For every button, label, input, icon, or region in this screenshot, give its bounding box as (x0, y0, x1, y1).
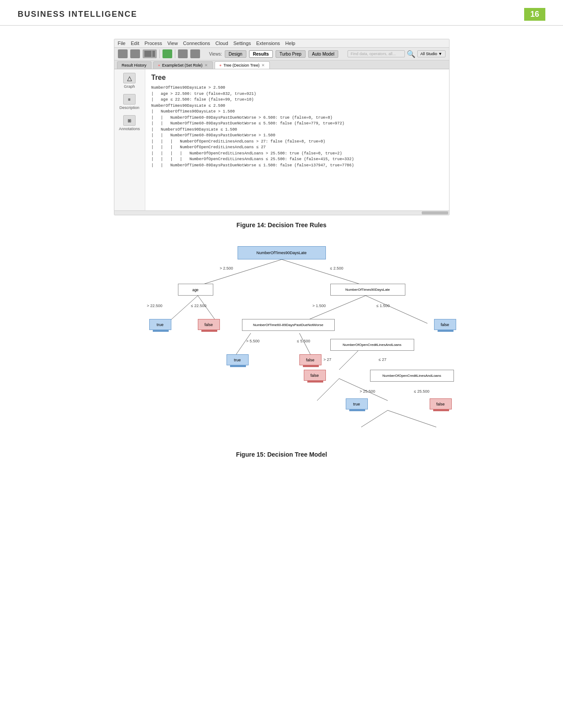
search-box[interactable]: Find data, operators, all... (348, 50, 405, 57)
node-root: NumberOfTimes90DaysLate (238, 246, 326, 259)
svg-line-11 (361, 410, 388, 427)
menu-extensions[interactable]: Extensions (256, 41, 280, 46)
results-btn[interactable]: Results (249, 50, 273, 58)
edge-root-left: > 2.500 (220, 266, 233, 270)
rm-tabs: Result History ● ExampleSet (Set Role) ✕… (114, 60, 449, 69)
node-noc: NumberOfOpenCreditLinesAndLoans (330, 339, 414, 351)
search-icon[interactable]: 🔍 (408, 50, 415, 57)
leaf-false-4-bar (307, 381, 323, 383)
node-n2: NumberOfTimes90DaysLate (330, 284, 405, 296)
tree-rules-text: NumberOfTimes90DaysLate > 2.500 | age > … (151, 85, 443, 169)
tab-exampleset[interactable]: ● ExampleSet (Set Role) ✕ (153, 61, 213, 69)
scrollbar-thumb[interactable] (422, 211, 448, 214)
sidebar-item-annotations[interactable]: ⊞ Annotations (119, 115, 140, 131)
edge-noc2-left: > 25.500 (360, 389, 375, 394)
tree-diagram: NumberOfTimes90DaysLate > 2.500 ≤ 2.500 … (114, 242, 450, 445)
leaf-false-3: false (299, 354, 321, 365)
toolbar-save-group[interactable] (143, 49, 157, 58)
leaf-false-1-bar (201, 330, 217, 332)
leaf-true-2: true (227, 354, 249, 365)
figure15-caption: Figure 15: Decision Tree Model (26, 451, 537, 458)
leaf-false-5-bar (433, 409, 449, 411)
content-area: File Edit Process View Connections Cloud… (0, 26, 563, 484)
edge-n2-left: > 1.500 (313, 304, 326, 308)
node-n2l: NumberOfTime60-89DaysPastDueNotWorse (242, 319, 335, 331)
automodel-btn[interactable]: Auto Model (308, 50, 339, 58)
page-title: BUSINESS INTELLIGENCE (18, 10, 137, 19)
menubar: File Edit Process View Connections Cloud… (114, 39, 449, 48)
menu-help[interactable]: Help (285, 41, 295, 46)
leaf-false-4: false (304, 370, 326, 381)
toolbar-run[interactable] (162, 49, 172, 58)
toolbar-sep2 (175, 49, 175, 58)
leaf-true-3: true (346, 398, 368, 409)
edge-n2-right: ≤ 1.500 (377, 304, 390, 308)
tab-result-history[interactable]: Result History (117, 61, 151, 69)
svg-line-1 (282, 259, 366, 286)
svg-line-5 (366, 296, 427, 323)
sidebar-item-description[interactable]: ≡ Description (119, 94, 139, 110)
sidebar-label-graph: Graph (124, 84, 135, 89)
figure15-diagram: NumberOfTimes90DaysLate > 2.500 ≤ 2.500 … (114, 242, 450, 445)
annotations-icon: ⊞ (123, 115, 136, 126)
leaf-true-3-bar (349, 409, 365, 411)
toolbar-icon-3[interactable] (178, 49, 188, 58)
page-header: BUSINESS INTELLIGENCE 16 (0, 0, 563, 26)
svg-line-0 (198, 259, 282, 286)
sidebar-item-graph[interactable]: △ Graph (123, 73, 136, 89)
leaf-false-2: false (434, 319, 456, 330)
studio-dropdown[interactable]: All Studio ▼ (417, 50, 445, 57)
menu-process[interactable]: Process (144, 41, 162, 46)
page-number: 16 (524, 8, 545, 21)
menu-connections[interactable]: Connections (183, 41, 210, 46)
leaf-false-2-bar (438, 330, 453, 332)
leaf-false-3-bar (303, 365, 319, 367)
toolbar-icon-1[interactable] (118, 49, 128, 58)
toolbar-icon-2[interactable] (130, 49, 140, 58)
leaf-true-1: true (149, 319, 171, 330)
edge-root-right: ≤ 2.500 (330, 266, 344, 270)
leaf-false-1: false (198, 319, 220, 330)
node-age: age (178, 284, 213, 296)
edge-age-left: > 22.500 (147, 304, 162, 308)
rm-content: Tree NumberOfTimes90DaysLate > 2.500 | a… (145, 69, 449, 210)
rm-toolbar: Views: Design Results Turbo Prep Auto Mo… (114, 48, 449, 60)
menu-cloud[interactable]: Cloud (215, 41, 228, 46)
toolbar-sep (159, 49, 160, 58)
rm-main: △ Graph ≡ Description ⊞ Annotations Tree (114, 69, 449, 210)
description-icon: ≡ (123, 94, 136, 105)
sidebar-label-description: Description (119, 105, 139, 110)
figure14-screenshot: File Edit Process View Connections Cloud… (114, 39, 450, 215)
edge-n2l-left: > 5.500 (246, 339, 260, 343)
toolbar-icon-4[interactable] (190, 49, 200, 58)
node-noc2: NumberOfOpenCreditLinesAndLoans (370, 370, 454, 382)
rm-sidebar: △ Graph ≡ Description ⊞ Annotations (114, 69, 145, 210)
edge-n2l-right: ≤ 5.500 (297, 339, 310, 343)
edge-age-right: ≤ 22.500 (191, 304, 207, 308)
graph-icon: △ (123, 73, 136, 83)
rm-scrollbar[interactable] (114, 210, 449, 215)
edge-noc-right: ≤ 27 (379, 357, 386, 362)
leaf-false-5: false (430, 398, 452, 409)
edge-noc-left: > 27 (324, 357, 332, 362)
edge-noc2-right: ≤ 25.500 (414, 389, 430, 394)
menu-edit[interactable]: Edit (131, 41, 139, 46)
leaf-true-2-bar (230, 365, 246, 367)
menu-file[interactable]: File (118, 41, 126, 46)
design-btn[interactable]: Design (225, 50, 246, 58)
views-label: Views: (209, 52, 222, 56)
menu-settings[interactable]: Settings (234, 41, 251, 46)
tree-title: Tree (151, 74, 443, 82)
leaf-true-1-bar (153, 330, 169, 332)
figure14-caption: Figure 14: Decision Tree Rules (26, 221, 537, 229)
tab-tree[interactable]: ● Tree (Decision Tree) ✕ (215, 61, 270, 69)
svg-line-2 (167, 296, 198, 323)
svg-line-12 (388, 410, 436, 427)
menu-view[interactable]: View (167, 41, 178, 46)
sidebar-label-annotations: Annotations (119, 127, 140, 131)
turboprep-btn[interactable]: Turbo Prep (276, 50, 306, 58)
